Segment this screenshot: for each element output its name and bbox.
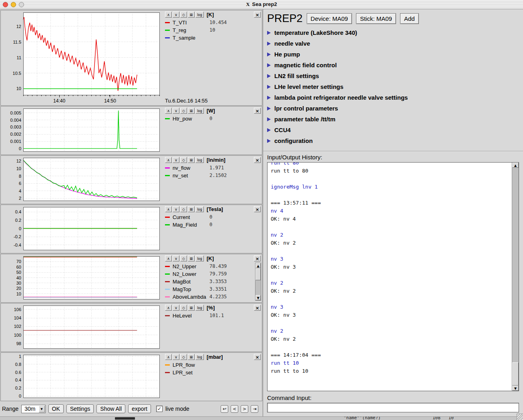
chart-zoom-button[interactable]: ◇ — [180, 157, 187, 163]
scroll-down-button[interactable]: ▼ — [255, 295, 261, 300]
chart-grid-button[interactable]: ⊞ — [188, 354, 195, 360]
io-history-box[interactable]: run tt 80run tt to 80 ignoreMsg lnv 1 ==… — [267, 162, 519, 391]
scrollbar-thumb[interactable] — [512, 362, 519, 386]
chart-scroll-down-button[interactable]: ∨ — [173, 354, 179, 360]
chart-close-button[interactable]: × — [254, 12, 261, 18]
chart-plot-he-level[interactable]: 10610410210098 — [1, 303, 163, 352]
jump-end-button[interactable]: ⇥ — [251, 405, 258, 413]
chart-zoom-button[interactable]: ◇ — [180, 255, 187, 261]
chart-log-scale-button[interactable]: log — [195, 12, 204, 18]
section-parameter-table-tt-tm[interactable]: parameter table /tt/tm — [263, 114, 523, 125]
legend-item-lpr_set[interactable]: LPR_set — [165, 369, 261, 376]
chart-grid-button[interactable]: ⊞ — [188, 157, 195, 163]
chart-log-scale-button[interactable]: log — [195, 255, 204, 261]
page-right-button[interactable]: > — [241, 405, 248, 413]
window-close-button[interactable] — [3, 2, 8, 7]
chart-plot-lpr[interactable]: 10.80.60.40.20 — [1, 353, 163, 401]
chart-grid-button[interactable]: ⊞ — [188, 12, 195, 18]
chart-scroll-up-button[interactable]: ∧ — [165, 206, 172, 212]
chart-close-button[interactable]: × — [254, 206, 261, 212]
settings-button[interactable]: Settings — [66, 404, 94, 413]
chart-scroll-up-button[interactable]: ∧ — [165, 12, 172, 18]
chart-scroll-down-button[interactable]: ∨ — [173, 12, 179, 18]
chart-scroll-down-button[interactable]: ∨ — [173, 305, 179, 311]
section-lpr-control-parameters[interactable]: lpr control parameters — [263, 103, 523, 114]
chart-grid-button[interactable]: ⊞ — [188, 206, 195, 212]
chart-close-button[interactable]: × — [254, 354, 261, 360]
chart-plot-vti[interactable]: 1211.51110.51014:4014:50 — [1, 10, 163, 105]
section-temperature-lakeshore-340[interactable]: temperature (LakeShore 340) — [263, 27, 523, 38]
legend-item-nv_flow[interactable]: nv_flow1.971 — [165, 165, 261, 171]
legend-item-t_reg[interactable]: T_reg10 — [165, 27, 261, 33]
legend-item-helevel[interactable]: HeLevel101.1 — [165, 312, 261, 319]
export-button[interactable]: export — [128, 404, 151, 413]
section-magnetic-field-control[interactable]: magnetic field control — [263, 60, 523, 70]
legend-item-magbot[interactable]: MagBot3.3353 — [165, 278, 253, 285]
legend-item-mag_field[interactable]: Mag_Field0 — [165, 221, 261, 228]
range-select[interactable]: 30m ▼ — [21, 405, 45, 413]
section-lhe-level-meter-settings[interactable]: LHe level meter settings — [263, 81, 523, 92]
chart-log-scale-button[interactable]: log — [195, 354, 204, 360]
chart-zoom-button[interactable]: ◇ — [180, 206, 187, 212]
chart-grid-button[interactable]: ⊞ — [188, 108, 195, 114]
scroll-up-button[interactable]: ▲ — [512, 163, 519, 168]
chart-plot-magnet[interactable]: 0.40.20-0.2-0.4 — [1, 205, 163, 253]
device-button[interactable]: Device: MA09 — [307, 13, 352, 24]
window-minimize-button[interactable] — [11, 2, 16, 7]
chart-scroll-up-button[interactable]: ∧ — [165, 305, 172, 311]
window-zoom-button[interactable] — [19, 2, 24, 7]
legend-scrollbar[interactable]: ▲▼ — [255, 263, 261, 301]
chart-plot-n2[interactable]: 70605040302010 — [1, 254, 163, 302]
section-needle-valve[interactable]: needle valve — [263, 38, 523, 49]
chart-scroll-down-button[interactable]: ∨ — [173, 255, 179, 261]
chart-scroll-up-button[interactable]: ∧ — [165, 108, 172, 114]
add-button[interactable]: Add — [400, 13, 419, 24]
legend-item-t_sample[interactable]: T_sample — [165, 34, 261, 41]
window-titlebar[interactable]: XSea prep2 — [0, 0, 523, 9]
chart-grid-button[interactable]: ⊞ — [188, 255, 195, 261]
legend-item-htr_pow[interactable]: Htr_pow0 — [165, 115, 261, 122]
scrollbar-thumb[interactable] — [255, 268, 261, 280]
legend-item-lpr_flow[interactable]: LPR_flow — [165, 362, 261, 368]
chart-scroll-up-button[interactable]: ∧ — [165, 157, 172, 163]
section-he-pump[interactable]: He pump — [263, 49, 523, 60]
jump-latest-button[interactable]: ↩ — [221, 405, 228, 413]
section-lambda-point-refrigerator-needle-valve-settings[interactable]: lambda point refrigerator needle valve s… — [263, 92, 523, 103]
chart-grid-button[interactable]: ⊞ — [188, 305, 195, 311]
chart-scroll-down-button[interactable]: ∨ — [173, 157, 179, 163]
chart-scroll-down-button[interactable]: ∨ — [173, 108, 179, 114]
chart-log-scale-button[interactable]: log — [195, 108, 204, 114]
section-configuration[interactable]: configuration — [263, 135, 523, 146]
chart-scroll-up-button[interactable]: ∧ — [165, 255, 172, 261]
ok-button[interactable]: OK — [48, 404, 64, 413]
legend-item-t_vti[interactable]: T_VTI10.454 — [165, 19, 261, 26]
scrollbar-trough[interactable] — [255, 268, 261, 295]
stick-button[interactable]: Stick: MA09 — [356, 13, 396, 24]
chart-log-scale-button[interactable]: log — [195, 157, 204, 163]
window-resize-grip[interactable] — [517, 414, 523, 420]
scrollbar-trough[interactable] — [512, 168, 519, 386]
chart-close-button[interactable]: × — [254, 108, 261, 114]
legend-item-n2_lower[interactable]: N2_Lower79.759 — [165, 271, 253, 277]
section-ccu4[interactable]: CCU4 — [263, 125, 523, 135]
chart-log-scale-button[interactable]: log — [195, 206, 204, 212]
io-history-scrollbar[interactable]: ▲ ▼ — [512, 163, 519, 391]
live-mode-checkbox[interactable]: ✓ — [156, 406, 163, 412]
chart-plot-heater[interactable]: 0.0050.0040.0030.0020.0010 — [1, 107, 163, 155]
show-all-button[interactable]: Show All — [97, 404, 125, 413]
chart-close-button[interactable]: × — [254, 305, 261, 311]
chart-zoom-button[interactable]: ◇ — [180, 12, 187, 18]
chart-zoom-button[interactable]: ◇ — [180, 354, 187, 360]
chart-scroll-up-button[interactable]: ∧ — [165, 354, 172, 360]
chart-scroll-down-button[interactable]: ∨ — [173, 206, 179, 212]
command-input[interactable] — [267, 403, 519, 412]
legend-item-abovelambda[interactable]: AboveLambda4.2235 — [165, 293, 253, 300]
scroll-up-button[interactable]: ▲ — [255, 263, 261, 268]
legend-item-magtop[interactable]: MagTop3.3351 — [165, 286, 253, 292]
scroll-down-button[interactable]: ▼ — [512, 386, 519, 391]
section-ln2-fill-settings[interactable]: LN2 fill settings — [263, 70, 523, 81]
chart-close-button[interactable]: × — [254, 157, 261, 163]
page-left-button[interactable]: < — [231, 405, 238, 413]
chart-zoom-button[interactable]: ◇ — [180, 108, 187, 114]
legend-item-n2_upper[interactable]: N2_Upper78.439 — [165, 263, 253, 269]
